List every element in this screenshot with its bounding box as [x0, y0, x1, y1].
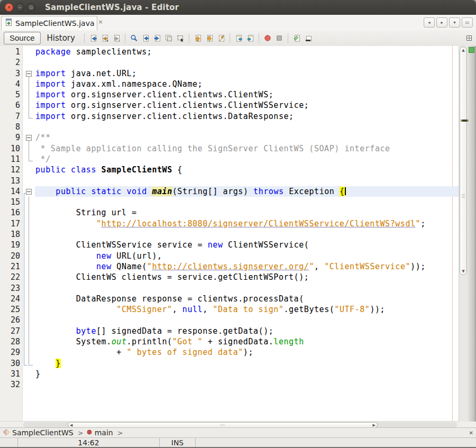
code-text[interactable]: "CMSSigner", null, "Data to sign".getByt… — [35, 304, 459, 315]
code-text[interactable]: /** — [35, 132, 459, 143]
scroll-down-icon[interactable]: ▼ — [460, 269, 466, 273]
code-text[interactable]: String url = — [35, 207, 459, 218]
insert-mode-indicator[interactable]: INS — [160, 438, 196, 447]
stop-macro-recording-icon[interactable] — [273, 32, 285, 44]
code-text[interactable] — [35, 379, 459, 390]
line-number[interactable]: 16 — [0, 207, 22, 218]
error-stripe-caret-mark[interactable] — [461, 120, 469, 122]
close-window-icon[interactable]: ✕ — [5, 3, 13, 12]
code-text[interactable] — [35, 197, 459, 207]
line-number[interactable]: 5 — [0, 89, 22, 100]
code-text[interactable] — [35, 315, 459, 325]
code-text[interactable]: */ — [35, 154, 459, 164]
code-text[interactable]: new QName("http://clientws.signserver.or… — [35, 261, 459, 272]
find-next-icon[interactable] — [151, 32, 163, 44]
uncomment-icon[interactable] — [303, 32, 314, 44]
tab-close-icon[interactable]: × — [98, 19, 103, 25]
maximize-editor-icon[interactable]: ▭ — [462, 17, 473, 28]
scroll-tabs-left-icon[interactable]: ◂ — [424, 17, 435, 28]
line-number[interactable]: 17 — [0, 218, 22, 229]
line-number[interactable]: 15 — [0, 197, 22, 207]
line-number[interactable]: 23 — [0, 283, 22, 294]
toggle-rectangular-selection-icon[interactable] — [175, 32, 186, 44]
scroll-up-icon[interactable]: ▲ — [460, 48, 466, 52]
line-number[interactable]: 28 — [0, 336, 22, 347]
line-number[interactable]: 26 — [0, 315, 22, 325]
fold-collapse-icon[interactable] — [26, 189, 32, 195]
title-bar[interactable]: ✕ – ▫ SampleClientWS.java - Editor — [0, 0, 476, 15]
code-text[interactable] — [35, 229, 459, 240]
code-text[interactable]: import org.signserver.client.clientws.Cl… — [35, 89, 459, 100]
code-text[interactable]: public static void main(String[] args) t… — [35, 186, 459, 197]
line-number[interactable]: 1 — [0, 47, 22, 57]
toggle-highlight-search-icon[interactable] — [163, 32, 175, 44]
scroll-left-icon[interactable]: ◀ — [70, 423, 72, 427]
code-text[interactable]: byte[] signedData = response.getData(); — [35, 326, 459, 336]
line-number[interactable]: 10 — [0, 143, 22, 154]
scroll-right-icon[interactable]: ▶ — [373, 423, 376, 427]
line-number[interactable]: 8 — [0, 122, 22, 132]
code-text[interactable]: import java.net.URL; — [35, 68, 459, 79]
find-selection-icon[interactable] — [128, 32, 140, 44]
vertical-scrollbar-thumb[interactable]: ▲ ▼ — [460, 47, 467, 275]
line-number[interactable]: 6 — [0, 100, 22, 111]
line-number[interactable]: 7 — [0, 111, 22, 122]
code-text[interactable]: public class SampleClientWS { — [35, 164, 459, 175]
code-text[interactable]: import org.signserver.client.clientws.Cl… — [35, 100, 459, 111]
line-number[interactable]: 27 — [0, 326, 22, 336]
code-text[interactable]: ClientWSService service = new ClientWSSe… — [35, 240, 459, 250]
tab-sampleclientws[interactable]: SampleClientWS.java × — [1, 16, 97, 30]
tab-list-icon[interactable]: ▾ — [449, 17, 460, 28]
toggle-bookmark-icon[interactable] — [215, 32, 227, 44]
forward-icon[interactable] — [111, 32, 122, 44]
breadcrumb-item-class[interactable]: SampleClientWS > — [3, 428, 84, 437]
code-text[interactable] — [35, 176, 459, 186]
line-number[interactable]: 9 — [0, 132, 22, 143]
code-text[interactable]: } — [35, 358, 459, 369]
line-number[interactable]: 21 — [0, 261, 22, 272]
code-editor[interactable]: 1package sampleclientws;23import java.ne… — [0, 46, 459, 422]
jump-last-edit-icon[interactable] — [87, 32, 99, 44]
code-text[interactable]: import org.signserver.client.clientws.Da… — [35, 111, 459, 122]
code-text[interactable]: System.out.println("Got " + signedData.l… — [35, 336, 459, 347]
line-number[interactable]: 25 — [0, 304, 22, 315]
line-number[interactable]: 2 — [0, 57, 22, 68]
comment-icon[interactable] — [291, 32, 303, 44]
code-text[interactable] — [35, 57, 459, 68]
code-text[interactable]: * Sample application calling the SignSer… — [35, 143, 459, 154]
code-text[interactable] — [35, 122, 459, 132]
maximize-window-icon[interactable]: ▫ — [27, 3, 35, 12]
line-number[interactable]: 18 — [0, 229, 22, 240]
back-icon[interactable] — [99, 32, 111, 44]
line-number[interactable]: 20 — [0, 251, 22, 261]
line-number[interactable]: 13 — [0, 176, 22, 186]
line-number[interactable]: 14 — [0, 186, 22, 197]
code-text[interactable]: DataResponse response = clientws.process… — [35, 294, 459, 304]
source-view-button[interactable]: Source — [4, 32, 41, 44]
line-number[interactable]: 24 — [0, 294, 22, 304]
shift-line-right-icon[interactable] — [244, 32, 256, 44]
code-text[interactable]: ClientWS clientws = service.getClientWSP… — [35, 272, 459, 282]
code-text[interactable]: } — [35, 369, 459, 379]
vertical-scrollbar[interactable]: ▲ ▼ — [459, 46, 468, 422]
code-text[interactable]: "http://localhost:8080/signserver/Client… — [35, 218, 459, 229]
history-view-button[interactable]: History — [41, 32, 81, 44]
code-area[interactable]: 1package sampleclientws;23import java.ne… — [0, 47, 459, 390]
minimize-window-icon[interactable]: – — [16, 3, 24, 12]
error-stripe[interactable] — [468, 46, 476, 422]
code-text[interactable]: + " bytes of signed data"); — [35, 347, 459, 358]
code-text[interactable]: import javax.xml.namespace.QName; — [35, 79, 459, 89]
line-number[interactable]: 3 — [0, 68, 22, 79]
code-text[interactable] — [35, 283, 459, 294]
line-number[interactable]: 11 — [0, 154, 22, 164]
line-number[interactable]: 31 — [0, 369, 22, 379]
line-number[interactable]: 29 — [0, 347, 22, 358]
editor-toolbar-options-icon[interactable] — [465, 34, 473, 42]
no-errors-indicator[interactable] — [469, 47, 474, 53]
shift-line-left-icon[interactable] — [233, 32, 244, 44]
line-number[interactable]: 22 — [0, 272, 22, 282]
start-macro-recording-icon[interactable] — [262, 32, 273, 44]
next-bookmark-icon[interactable] — [204, 32, 215, 44]
previous-bookmark-icon[interactable] — [192, 32, 204, 44]
find-previous-icon[interactable] — [140, 32, 151, 44]
